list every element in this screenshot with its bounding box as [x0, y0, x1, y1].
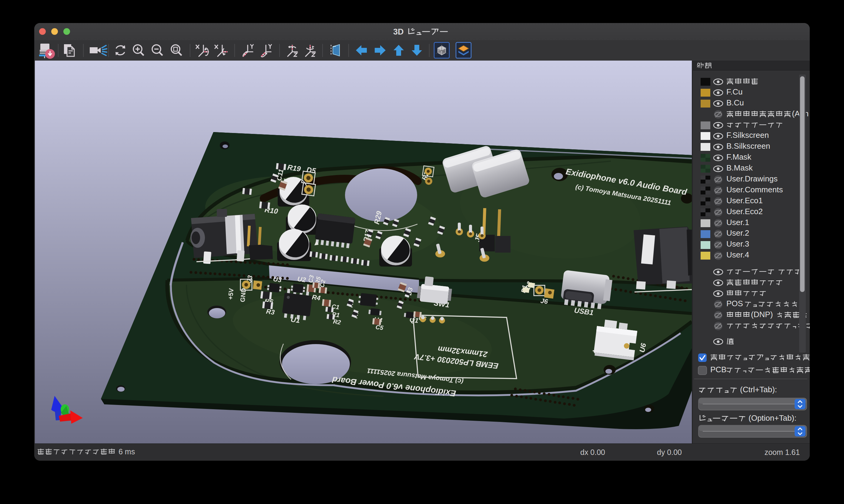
svg-text:User.4: User.4 — [726, 250, 749, 259]
svg-text:User.Eco1: User.Eco1 — [726, 196, 763, 205]
svg-text:User.Drawings: User.Drawings — [726, 174, 778, 183]
svg-text:U3: U3 — [273, 275, 282, 284]
svg-text:(Option+Tab):: (Option+Tab): — [748, 413, 796, 422]
svg-text:User.3: User.3 — [726, 239, 749, 248]
svg-text:User.Eco2: User.Eco2 — [726, 207, 763, 216]
svg-text:B.Silkscreen: B.Silkscreen — [726, 141, 770, 150]
svg-text:3D: 3D — [393, 27, 404, 36]
svg-text:POS: POS — [726, 299, 743, 308]
svg-text:J6: J6 — [540, 297, 548, 305]
svg-text:F.Cu: F.Cu — [726, 87, 742, 96]
svg-text:F.Mask: F.Mask — [726, 152, 752, 161]
svg-text:PCB: PCB — [710, 365, 726, 374]
svg-text:F.Silkscreen: F.Silkscreen — [726, 130, 769, 140]
svg-text:6 ms: 6 ms — [119, 448, 135, 456]
svg-text:User.Comments: User.Comments — [726, 185, 783, 194]
svg-text:B.Mask: B.Mask — [726, 163, 753, 172]
svg-text:+5V: +5V — [227, 288, 235, 300]
svg-text:(DNP): (DNP) — [751, 310, 773, 319]
svg-text:User.2: User.2 — [726, 228, 749, 237]
svg-text:B.Cu: B.Cu — [726, 98, 744, 107]
svg-text:U2: U2 — [297, 275, 307, 284]
svg-text:(Ctrl+Tab):: (Ctrl+Tab): — [740, 385, 777, 394]
svg-text:User.1: User.1 — [726, 218, 749, 227]
svg-text:R4: R4 — [311, 293, 321, 302]
